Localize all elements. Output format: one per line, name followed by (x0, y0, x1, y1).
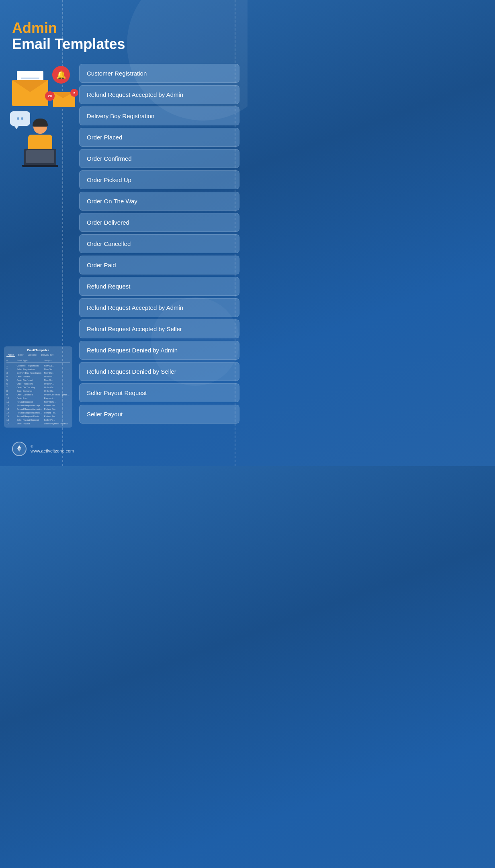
bg-table-row: 2Seller RegistrationNew Sel... (6, 367, 70, 371)
list-item-6[interactable]: Order Picked Up (79, 170, 239, 189)
bg-table-cell: 8 (6, 390, 15, 392)
bg-table-cell: Order Confirmed (16, 379, 42, 381)
logo-mark (12, 442, 27, 456)
bg-table-cell: 10 (6, 397, 15, 399)
list-item-4[interactable]: Order Placed (79, 128, 239, 147)
bg-table-cell: Seller Payout Request (16, 419, 42, 421)
bg-table-cell: Refund Request (16, 401, 42, 403)
bg-table-cell: New Refu... (44, 401, 70, 403)
bg-table-cell: Refund Request Denied by Seller (16, 415, 42, 418)
bg-table-cell: Refund Request Accepted by Admin (16, 404, 42, 407)
bg-table-cell: Payment... (44, 397, 70, 399)
bg-table-body: 1Customer RegistrationNew Cu...2Seller R… (6, 364, 70, 425)
bg-table-cell: New Sel... (44, 368, 70, 371)
bg-table-tab-customer: Customer (27, 353, 39, 357)
list-item-7[interactable]: Order On The Way (79, 192, 239, 211)
chat-dot-1 (17, 117, 19, 120)
bg-table-cell: Refund Re... (44, 404, 70, 407)
list-item-11[interactable]: Refund Request (79, 277, 239, 296)
list-item-3[interactable]: Delivery Boy Registration (79, 106, 239, 125)
bg-table-cell: 2 (6, 368, 15, 371)
bg-table-cell: 13 (6, 408, 15, 410)
footer-info: ® www.activeitzone.com (31, 444, 74, 453)
list-item-17[interactable]: Seller Payout (79, 405, 239, 424)
registered-mark: ® (31, 444, 74, 448)
bg-table-cell: Delivery Boy Registration (16, 372, 42, 374)
envelope-body (12, 80, 48, 106)
bg-table-col-subject: Subject (44, 359, 70, 362)
bg-table-row: 3Delivery Boy RegistrationNew Del... (6, 371, 70, 375)
bg-table-cell: 7 (6, 386, 15, 389)
bg-table-cell: Customer Registration (16, 364, 42, 367)
bg-table-tab-seller: Seller (17, 353, 25, 357)
list-item-8[interactable]: Order Delivered (79, 213, 239, 232)
page-header: Admin Email Templates (0, 0, 248, 60)
bg-table-tabs: Admin Seller Customer Delivery Boy (6, 353, 70, 357)
bg-table-row: 13Refund Request Accepted by SellerRefun… (6, 407, 70, 411)
bg-table-row: 12Refund Request Accepted by AdminRefund… (6, 403, 70, 407)
bg-table-cell: 14 (6, 411, 15, 414)
bg-table-cell: New Cu... (44, 364, 70, 367)
bg-table-cell: Order Pi... (44, 383, 70, 385)
bg-table-row: 6Order Picked UpOrder Pi... (6, 382, 70, 385)
person-hair (33, 119, 48, 127)
bg-table-cell: Order Picked Up (16, 383, 42, 385)
bg-table-cell: Refund Re... (44, 415, 70, 418)
list-item-1[interactable]: Customer Registration (79, 64, 239, 83)
bg-table-row: 1Customer RegistrationNew Cu... (6, 364, 70, 367)
list-item-5[interactable]: Order Confirmed (79, 149, 239, 168)
header-highlight: Admin (12, 20, 235, 36)
bg-table-cell: 6 (6, 383, 15, 385)
list-item-12[interactable]: Refund Request Accepted by Admin (79, 298, 239, 317)
list-item-9[interactable]: Order Cancelled (79, 234, 239, 253)
bg-table-cell: 3 (6, 372, 15, 374)
bg-table-row: 10Order PaidPayment... (6, 396, 70, 400)
footer: ® www.activeitzone.com (0, 436, 248, 466)
bg-table-cell: Refund Re... (44, 408, 70, 410)
list-item-2[interactable]: Refund Request Accepted by Admin (79, 85, 239, 104)
bg-table-tab-admin: Admin (6, 353, 15, 357)
bg-table-cell: Order Placed (16, 375, 42, 378)
bg-table-cell: 1 (6, 364, 15, 367)
bg-table-cell: 5 (6, 379, 15, 381)
envelope-badge-small: 5 (70, 89, 78, 97)
bg-table-cell: Order On The Way (16, 386, 42, 389)
bg-table-cell: New Or... (44, 379, 70, 381)
header-title: Email Templates (12, 36, 235, 52)
paper-line-1 (21, 78, 39, 79)
list-item-14[interactable]: Refund Request Denied by Admin (79, 341, 239, 360)
logo-svg (15, 444, 24, 453)
bg-table-cell: Refund Request Accepted by Seller (16, 408, 42, 410)
list-item-10[interactable]: Order Paid (79, 256, 239, 274)
list-item-16[interactable]: Seller Payout Request (79, 383, 239, 402)
content-area: 🔔 20 5 (0, 60, 248, 436)
bg-table-cell: Order On... (44, 386, 70, 389)
bg-table-row: 15Refund Request Denied by SellerRefund … (6, 414, 70, 418)
envelope-flap (12, 80, 48, 92)
bg-table-tab-delivery: Delivery Boy (40, 353, 55, 357)
bg-table-cell: Seller Payment Processed - {store_name} (44, 422, 70, 425)
bg-table-cell: 17 (6, 422, 15, 425)
bg-table-cell: Order De... (44, 390, 70, 392)
bg-table-row: 5Order ConfirmedNew Or... (6, 378, 70, 382)
bg-table-row: 14Refund Request Denied by AdminRefund R… (6, 411, 70, 414)
person-illustration (20, 120, 60, 168)
bg-table-cell: 15 (6, 415, 15, 418)
bg-table-title: Email Templates (6, 349, 70, 352)
list-item-13[interactable]: Refund Request Accepted by Seller (79, 319, 239, 338)
bg-table-cell: 12 (6, 404, 15, 407)
bg-table-cell: 11 (6, 401, 15, 403)
bg-table-row: 11Refund RequestNew Refu... (6, 400, 70, 403)
bg-table: Email Templates Admin Seller Customer De… (4, 346, 72, 428)
left-panel: 🔔 20 5 (8, 64, 74, 424)
bg-table-header: # Email Type Subject (6, 358, 70, 363)
bg-table-col-num: # (6, 359, 15, 362)
bg-table-row: 4Order PlacedOrder Pl... (6, 375, 70, 378)
bg-table-cell: Order Paid (16, 397, 42, 399)
list-item-15[interactable]: Refund Request Denied by Seller (79, 362, 239, 381)
bell-icon-container: 🔔 (52, 66, 70, 84)
bg-table-cell: Order Cancelled - {order_code} (44, 393, 70, 396)
bg-table-cell: 4 (6, 375, 15, 378)
person-head (33, 120, 47, 134)
bg-table-row: 16Seller Payout RequestSeller Pa... (6, 418, 70, 422)
